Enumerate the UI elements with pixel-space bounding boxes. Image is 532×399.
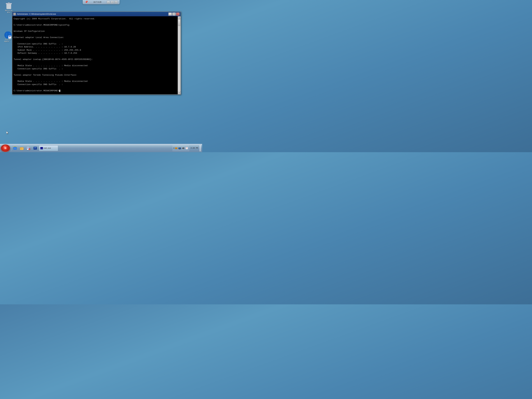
citrix-icon-image [4,31,12,39]
cmd-line-tunnel-2: Tunnel adapter Teredo Tunneling Pseudo-I… [14,74,176,77]
svg-rect-2 [8,3,10,4]
taskbar-right: ◄ [172,145,202,151]
cmd-line-subnet: Subnet Mask . . . . . . . . . . . : 255.… [14,49,176,52]
cmd-line-1: Copyright (c) 2009 Microsoft Corporation… [14,17,176,20]
cmd-line-blank-7 [14,70,176,74]
cmd-close-button[interactable]: ✕ [176,12,180,16]
explorer-icon [20,146,24,150]
tray-expand-button[interactable]: ◄ [173,147,174,149]
cmd-content[interactable]: Copyright (c) 2009 Microsoft Corporation… [12,16,178,94]
cmd-title-text: Administrator: C:\Windows\system32\cmd.e… [17,13,167,15]
cmd-line-blank-4 [14,39,176,42]
cmd-line-blank-5 [14,55,176,58]
svg-rect-25 [27,147,29,148]
cmd-title-icon: C:\ [13,13,16,15]
cmd-window-controls: _ ❐ ✕ [168,12,180,16]
cmd-line-blank-1 [14,20,176,24]
cmd-line-ethernet: Ethernet adapter Local Area Connection: [14,36,176,39]
svg-rect-26 [27,148,29,148]
start-button[interactable]: ⊞ [1,144,10,152]
taskbar-icon-4-image [33,146,37,150]
tray-action-icon[interactable] [185,147,188,150]
connection-restore-button[interactable]: ❐ [111,1,114,4]
tray-notification-icon[interactable] [175,147,178,150]
cmd-window: C:\ Administrator: C:\Windows\system32\c… [12,12,181,95]
cmd-line-ip-config: Windows IP Configuration [14,30,176,33]
cmd-restore-button[interactable]: ❐ [172,12,176,16]
system-tray: ◄ [172,145,189,151]
svg-rect-14 [9,37,10,37]
cmd-body: Copyright (c) 2009 Microsoft Corporation… [12,16,181,94]
mouse-cursor [6,131,9,133]
recycle-bin-image [5,2,13,9]
svg-text:!: ! [29,149,30,150]
cmd-scrollbar[interactable]: ▲ ▼ [178,16,181,94]
pin-button[interactable]: 📌 [85,0,88,4]
svg-rect-32 [34,147,36,148]
svg-rect-13 [9,37,11,37]
svg-rect-27 [27,148,28,149]
connection-bar: 📌 10.7.0.20 _ ❐ ✕ [82,0,120,4]
cmd-minimize-button[interactable]: _ [168,12,172,16]
cmd-line-blank-9 [14,86,176,89]
tray-network-icon[interactable] [178,147,181,150]
cmd-cursor [59,90,60,92]
taskbar-icon-4[interactable] [32,145,38,151]
system-clock[interactable]: 4:29 PM [190,147,199,149]
cmd-line-blank-6 [14,61,176,64]
cmd-line-dns-suffix-2: Connection-specific DNS Suffix . : [14,67,176,70]
scrollbar-track[interactable] [178,19,181,92]
svg-text:C:\: C:\ [41,147,43,149]
windows-logo: ⊞ [5,146,6,150]
connection-minimize-button[interactable]: _ [107,1,110,4]
show-desktop-button[interactable] [200,145,201,151]
svg-rect-22 [20,148,23,149]
taskbar-icon-3[interactable]: ! [25,145,32,151]
citrix-icon-label: CitrixAppCe... [4,39,12,42]
clock-time: 4:29 PM [191,147,198,149]
cmd-line-media-1: Media State . . . . . . . . . . . : Medi… [14,64,176,67]
svg-rect-33 [34,148,36,148]
cmd-line-gateway: Default Gateway . . . . . . . . . : 10.7… [14,52,176,55]
cmd-line-tunnel-1: Tunnel adapter isatap.{3B81BF49-0874-459… [14,58,176,61]
connection-title: 10.7.0.20 [89,1,106,3]
tray-volume-icon[interactable] [182,147,185,150]
cmd-titlebar[interactable]: C:\ Administrator: C:\Windows\system32\c… [12,12,181,16]
svg-rect-40 [179,148,181,149]
cmd-line-prompt-1: C:\Users\administrator.MEGACORPONE>ipcon… [14,24,176,27]
taskbar-cmd-icon: C:\ [40,147,43,149]
start-orb: ⊞ [2,145,8,151]
connection-window-controls: _ ❐ ✕ [107,1,118,4]
taskbar-ie-icon[interactable] [12,145,18,151]
taskbar: ⊞ ! [0,144,202,152]
svg-marker-43 [182,147,184,149]
svg-rect-23 [20,149,22,149]
connection-close-button[interactable]: ✕ [114,1,118,4]
svg-rect-34 [34,148,36,149]
svg-rect-12 [9,36,11,36]
cmd-line-blank-8 [14,77,176,80]
taskbar-explorer-icon[interactable] [19,145,25,151]
cmd-line-dns-suffix-3: Connection-specific DNS Suffix . : [14,83,176,86]
taskbar-cmd-app[interactable]: C:\ cmd.exe [39,145,58,151]
cmd-line-media-2: Media State . . . . . . . . . . . : Medi… [14,80,176,83]
svg-marker-15 [6,131,8,134]
scrollbar-up-button[interactable]: ▲ [178,16,181,19]
ie-icon [13,146,17,150]
taskbar-icon-3-image: ! [26,146,31,150]
taskbar-cmd-label: cmd.exe [44,147,51,149]
scrollbar-thumb[interactable] [178,19,180,26]
scrollbar-down-button[interactable]: ▼ [178,92,181,94]
cmd-line-blank-3 [14,33,176,36]
cmd-line-ipv4: IPv4 Address. . . . . . . . . . . : 10.7… [14,45,176,49]
cmd-line-blank-2 [14,27,176,30]
cmd-line-prompt-2: C:\Users\administrator.MEGACORPONE> [14,89,176,92]
cmd-line-dns-suffix-1: Connection-specific DNS Suffix . : [14,42,176,46]
